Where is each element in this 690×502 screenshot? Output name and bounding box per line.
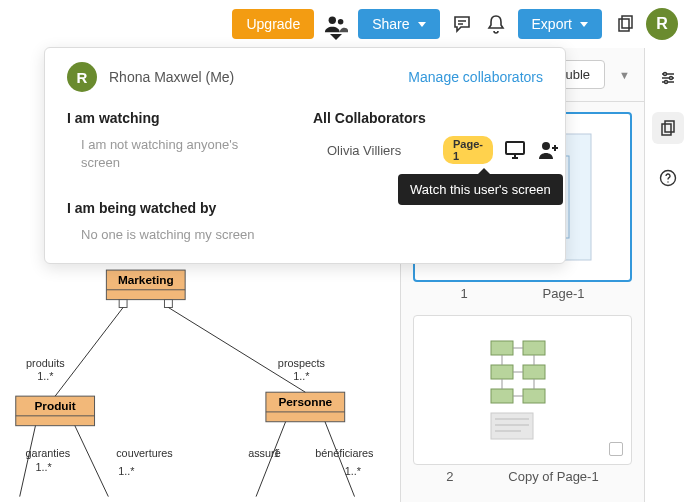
svg-text:1..*: 1..*: [35, 461, 52, 473]
svg-rect-35: [491, 365, 513, 379]
svg-rect-37: [491, 389, 513, 403]
upgrade-button[interactable]: Upgrade: [232, 9, 314, 39]
page-label-row: 2 Copy of Page-1: [413, 465, 632, 488]
duplicate-icon[interactable]: [612, 12, 636, 36]
collaborator-name: Olivia Villiers: [313, 143, 443, 158]
page-badge: Page-1: [443, 136, 493, 164]
svg-line-15: [20, 426, 36, 497]
svg-text:couvertures: couvertures: [116, 447, 173, 459]
avatar: R: [67, 62, 97, 92]
svg-rect-4: [506, 142, 524, 154]
svg-text:prospects: prospects: [278, 357, 326, 369]
svg-text:garanties: garanties: [26, 447, 71, 459]
svg-line-16: [75, 426, 108, 497]
svg-text:1..*: 1..*: [118, 465, 135, 477]
node-personne[interactable]: Personne: [266, 392, 345, 422]
bell-icon[interactable]: [484, 12, 508, 36]
page-label-row: 1 Page-1: [413, 282, 632, 305]
svg-text:bénéficiares: bénéficiares: [315, 447, 374, 459]
svg-rect-34: [523, 341, 545, 355]
chevron-down-icon: [418, 22, 426, 27]
chevron-down-icon[interactable]: ▼: [619, 69, 630, 81]
sliders-icon[interactable]: [656, 66, 680, 90]
share-label: Share: [372, 16, 409, 32]
svg-point-50: [663, 73, 666, 76]
collaborator-row: Olivia Villiers Page-1: [313, 136, 561, 164]
node-produit[interactable]: Produit: [16, 396, 95, 426]
svg-rect-38: [523, 389, 545, 403]
svg-rect-53: [662, 124, 671, 135]
svg-point-51: [669, 77, 672, 80]
svg-rect-9: [119, 300, 127, 308]
svg-rect-2: [619, 19, 629, 31]
me-row: R Rhona Maxwel (Me): [67, 62, 234, 92]
help-icon[interactable]: [656, 166, 680, 190]
svg-line-13: [55, 308, 123, 397]
share-button[interactable]: Share: [358, 9, 439, 39]
svg-rect-46: [491, 413, 533, 439]
monitor-icon[interactable]: [503, 138, 527, 162]
svg-text:Produit: Produit: [35, 399, 76, 413]
page-label: Page-1: [543, 286, 585, 301]
svg-text:1..*: 1..*: [37, 370, 54, 382]
export-button[interactable]: Export: [518, 9, 602, 39]
page-label: Copy of Page-1: [508, 469, 598, 484]
me-name: Rhona Maxwel (Me): [109, 69, 234, 85]
page-card[interactable]: [413, 315, 632, 465]
svg-point-56: [667, 181, 668, 182]
svg-point-52: [664, 81, 667, 84]
page-index: 1: [461, 286, 483, 301]
svg-point-5: [542, 142, 550, 150]
watched-by-status: No one is watching my screen: [67, 226, 305, 244]
chevron-down-icon: [580, 22, 588, 27]
manage-collaborators-link[interactable]: Manage collaborators: [408, 69, 543, 85]
node-marketing[interactable]: Marketing: [106, 270, 185, 307]
svg-rect-36: [523, 365, 545, 379]
top-toolbar: Upgrade Share Export R: [0, 0, 690, 48]
svg-point-1: [338, 19, 344, 25]
watched-by-heading: I am being watched by: [67, 200, 305, 216]
comments-icon[interactable]: [450, 12, 474, 36]
all-collaborators-heading: All Collaborators: [313, 110, 561, 126]
watching-heading: I am watching: [67, 110, 305, 126]
svg-text:Marketing: Marketing: [118, 273, 174, 287]
svg-text:Personne: Personne: [278, 395, 332, 409]
page-index: 2: [446, 469, 468, 484]
svg-text:1: 1: [274, 447, 280, 459]
svg-text:1..*: 1..*: [293, 370, 310, 382]
right-rail: [644, 48, 690, 502]
avatar[interactable]: R: [646, 8, 678, 40]
svg-text:produits: produits: [26, 357, 65, 369]
collaborators-icon[interactable]: [324, 12, 348, 36]
svg-point-0: [329, 17, 336, 24]
page-thumbnail: [414, 316, 631, 464]
export-label: Export: [532, 16, 572, 32]
svg-line-14: [168, 308, 305, 393]
add-user-icon[interactable]: [537, 138, 561, 162]
page-checkbox[interactable]: [609, 442, 623, 456]
svg-rect-33: [491, 341, 513, 355]
copy-icon[interactable]: [652, 112, 684, 144]
watching-status: I am not watching anyone's screen: [67, 136, 257, 172]
collaborators-popover: R Rhona Maxwel (Me) Manage collaborators…: [44, 47, 566, 264]
svg-rect-10: [164, 300, 172, 308]
svg-rect-3: [622, 16, 632, 28]
svg-rect-54: [665, 121, 674, 132]
svg-text:1..*: 1..*: [345, 465, 362, 477]
tooltip: Watch this user's screen: [398, 174, 563, 205]
